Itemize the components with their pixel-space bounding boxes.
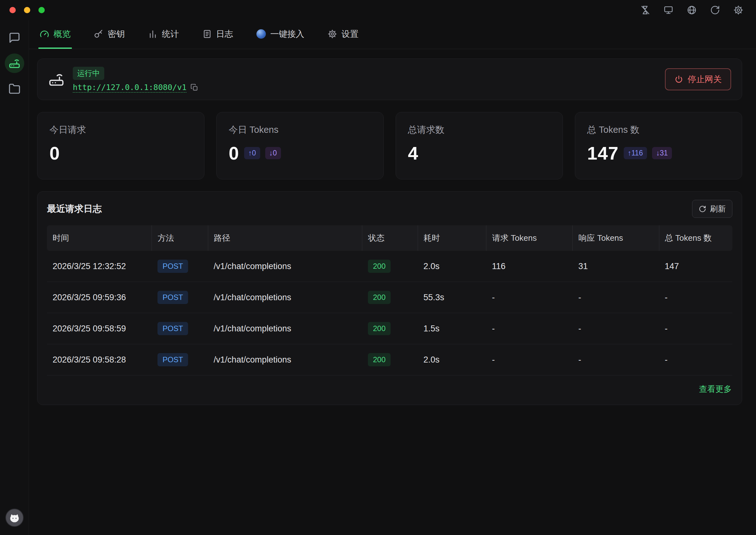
chat-icon[interactable] [6,29,23,46]
user-avatar[interactable] [5,509,24,527]
col-status: 状态 [362,225,418,251]
stop-gateway-button[interactable]: 停止网关 [665,68,731,90]
col-method: 方法 [152,225,208,251]
copy-icon[interactable] [190,83,198,92]
cell-request-tokens: - [486,344,573,376]
minimize-window-button[interactable] [24,7,30,13]
cell-request-tokens: - [486,282,573,313]
monitor-icon[interactable] [663,5,674,15]
view-more-link[interactable]: 查看更多 [699,384,732,395]
refresh-logs-button[interactable]: 刷新 [692,200,732,218]
close-window-button[interactable] [10,7,16,13]
stat-value: 4 [408,143,418,164]
sidebar-item-gateway[interactable] [5,53,24,73]
cell-request-tokens: 116 [486,251,573,282]
cell-path: /v1/chat/completions [208,282,362,313]
input-tokens-pill: ↑0 [244,147,260,159]
cell-total-tokens: - [659,344,732,376]
method-badge: POST [158,260,188,273]
cell-time: 2026/3/25 09:58:59 [47,313,152,344]
tab-keys[interactable]: 密钥 [93,20,126,49]
stat-value: 0 [49,143,60,164]
cell-response-tokens: - [573,313,659,344]
stat-card-total-requests: 总请求数 4 [396,112,563,180]
stat-label: 今日请求 [49,124,192,136]
bar-chart-icon [148,29,158,39]
cat-avatar-icon [7,510,22,525]
stat-card-today-tokens: 今日 Tokens 0 ↑0 ↓0 [216,112,384,180]
stat-label: 今日 Tokens [229,124,371,136]
stat-label: 总 Tokens 数 [587,124,730,136]
gateway-router-icon [9,57,20,69]
tab-label: 日志 [216,28,233,40]
col-response-tokens: 响应 Tokens [573,225,659,251]
tab-logs[interactable]: 日志 [201,20,234,49]
cell-response-tokens: - [573,344,659,376]
stat-card-today-requests: 今日请求 0 [37,112,204,180]
status-badge: 200 [368,260,391,273]
content: 运行中 http://127.0.0.1:8080/v1 [29,49,756,405]
cell-response-tokens: 31 [573,251,659,282]
timer-off-icon[interactable] [640,5,650,15]
running-status-badge: 运行中 [73,67,104,80]
top-nav: 概览 密钥 统计 [29,20,756,49]
tab-stats[interactable]: 统计 [147,20,180,49]
col-duration: 耗时 [418,225,486,251]
router-icon [48,71,65,88]
main-area: 概览 密钥 统计 [29,20,756,535]
gateway-status-info: 运行中 http://127.0.0.1:8080/v1 [73,67,198,92]
tab-label: 密钥 [108,28,125,40]
table-row: 2026/3/25 09:58:59 POST /v1/chat/complet… [47,313,732,344]
cell-time: 2026/3/25 09:58:28 [47,344,152,376]
tab-label: 设置 [342,28,358,40]
output-tokens-pill: ↓31 [652,147,672,159]
cell-path: /v1/chat/completions [208,251,362,282]
cell-total-tokens: - [659,313,732,344]
cell-total-tokens: 147 [659,251,732,282]
stat-value: 0 [229,143,239,164]
globe-icon[interactable] [687,5,697,15]
table-row: 2026/3/25 09:58:28 POST /v1/chat/complet… [47,344,732,376]
cell-response-tokens: - [573,282,659,313]
traffic-lights [10,7,45,13]
table-row: 2026/3/25 12:32:52 POST /v1/chat/complet… [47,251,732,282]
method-badge: POST [158,353,188,366]
table-header-row: 时间 方法 路径 状态 耗时 请求 Tokens 响应 Tokens 总 Tok… [47,225,732,251]
logs-table: 时间 方法 路径 状态 耗时 请求 Tokens 响应 Tokens 总 Tok… [38,225,742,376]
input-tokens-pill: ↑116 [624,147,647,159]
cell-duration: 55.3s [418,282,486,313]
cell-duration: 2.0s [418,251,486,282]
stat-value: 147 [587,143,619,164]
gateway-url-link[interactable]: http://127.0.0.1:8080/v1 [73,83,187,92]
status-badge: 200 [368,322,391,335]
tab-settings[interactable]: 设置 [326,20,360,49]
titlebar [0,0,756,20]
table-row: 2026/3/25 09:59:36 POST /v1/chat/complet… [47,282,732,313]
connect-logo-icon [257,29,266,39]
key-icon [94,29,103,39]
tab-overview[interactable]: 概览 [39,20,72,49]
cell-duration: 1.5s [418,313,486,344]
cell-time: 2026/3/25 09:59:36 [47,282,152,313]
col-total-tokens: 总 Tokens 数 [659,225,732,251]
cell-time: 2026/3/25 12:32:52 [47,251,152,282]
folder-icon[interactable] [6,80,23,98]
stats-row: 今日请求 0 今日 Tokens 0 ↑0 ↓0 总请求数 [37,112,742,180]
cell-request-tokens: - [486,313,573,344]
zoom-window-button[interactable] [39,7,45,13]
cell-path: /v1/chat/completions [208,313,362,344]
col-request-tokens: 请求 Tokens [486,225,573,251]
recent-logs-card: 最近请求日志 刷新 [37,191,742,405]
col-time: 时间 [47,225,152,251]
tab-quick-connect[interactable]: 一键接入 [255,20,306,49]
titlebar-actions [640,5,743,15]
refresh-icon[interactable] [710,5,720,15]
settings-gear-icon[interactable] [733,5,743,15]
log-document-icon [202,29,212,39]
tab-label: 一键接入 [270,28,304,40]
cell-total-tokens: - [659,282,732,313]
cell-duration: 2.0s [418,344,486,376]
output-tokens-pill: ↓0 [265,147,281,159]
gateway-status-card: 运行中 http://127.0.0.1:8080/v1 [37,59,742,100]
status-badge: 200 [368,353,391,366]
